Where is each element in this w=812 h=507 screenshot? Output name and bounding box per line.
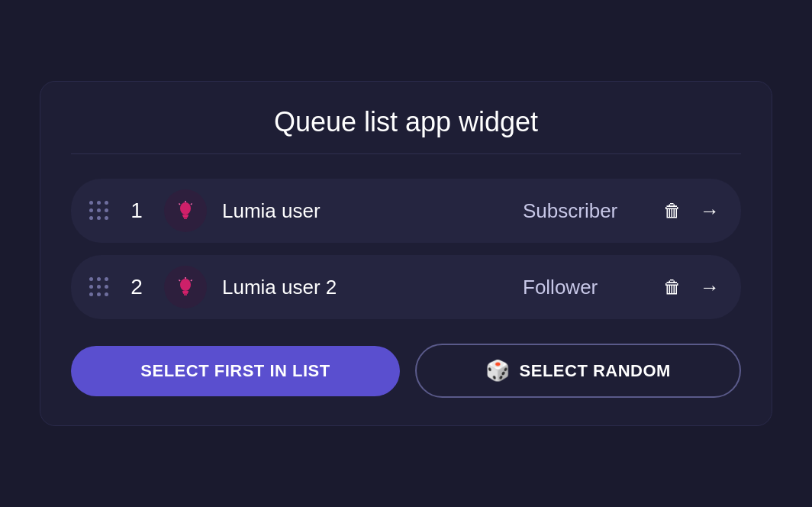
svg-point-6 (180, 279, 191, 291)
delete-button-2[interactable]: 🗑 (660, 273, 685, 301)
drag-dot (105, 208, 108, 212)
bulb-icon-2 (174, 276, 197, 299)
arrow-icon-1: → (700, 199, 720, 223)
trash-icon-1: 🗑 (663, 200, 682, 221)
user-name-2: Lumia user 2 (222, 276, 508, 299)
drag-dot (89, 292, 93, 296)
drag-handle-1[interactable] (89, 201, 109, 221)
drag-dot (97, 292, 101, 296)
row-number-1: 1 (124, 199, 149, 223)
list-area: 1 Lumia user Subscriber 🗑 (71, 179, 741, 319)
svg-line-5 (179, 204, 181, 205)
svg-point-0 (180, 202, 191, 215)
list-row: 1 Lumia user Subscriber 🗑 (71, 179, 741, 243)
bottom-buttons: SELECT FIRST IN LIST 🎲 SELECT RANDOM (71, 344, 741, 398)
select-first-button[interactable]: SELECT FIRST IN LIST (71, 346, 400, 396)
drag-dot (97, 208, 101, 212)
drag-dot (105, 292, 108, 296)
row-actions-1: 🗑 → (660, 196, 723, 226)
arrow-icon-2: → (700, 276, 720, 299)
row-actions-2: 🗑 → (660, 273, 723, 302)
svg-line-4 (191, 204, 192, 205)
dice-icon: 🎲 (485, 359, 511, 383)
avatar-2 (164, 266, 207, 308)
select-random-button[interactable]: 🎲 SELECT RANDOM (415, 344, 741, 398)
drag-dot (105, 201, 108, 205)
delete-button-1[interactable]: 🗑 (660, 197, 685, 224)
drag-dot (105, 216, 108, 220)
navigate-button-1[interactable]: → (697, 196, 723, 226)
drag-dot (105, 285, 108, 289)
drag-dot (97, 201, 101, 205)
drag-handle-2[interactable] (89, 277, 109, 297)
drag-dot (89, 285, 93, 289)
row-number-2: 2 (124, 275, 149, 299)
drag-dot (89, 208, 93, 212)
drag-dot (89, 201, 93, 205)
svg-line-10 (191, 280, 192, 282)
select-random-label: SELECT RANDOM (520, 361, 671, 381)
widget-container: Queue list app widget 1 (40, 81, 772, 426)
widget-title: Queue list app widget (71, 106, 741, 138)
drag-dot (97, 277, 101, 281)
drag-dot (105, 277, 108, 281)
drag-dot (89, 277, 93, 281)
drag-dot (97, 216, 101, 220)
navigate-button-2[interactable]: → (697, 273, 723, 302)
user-name-1: Lumia user (222, 199, 508, 223)
drag-dot (89, 216, 93, 220)
user-role-1: Subscriber (523, 199, 645, 223)
divider (71, 153, 741, 154)
avatar-1 (164, 189, 207, 232)
svg-line-11 (179, 280, 181, 282)
list-row: 2 Lumia user 2 Follower 🗑 (71, 255, 741, 319)
trash-icon-2: 🗑 (663, 276, 682, 298)
user-role-2: Follower (523, 276, 645, 299)
drag-dot (97, 285, 101, 289)
bulb-icon-1 (174, 199, 197, 222)
